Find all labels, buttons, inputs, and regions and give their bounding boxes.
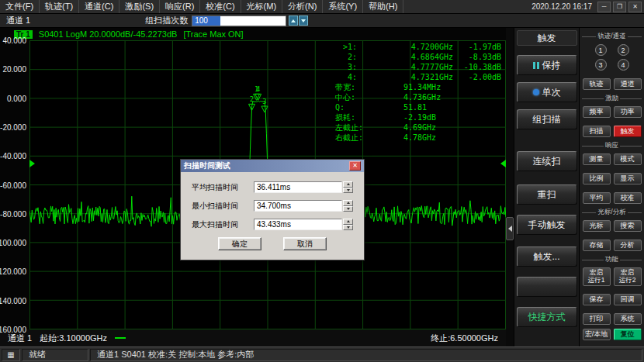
sweep-button[interactable]: 扫描 <box>583 126 611 137</box>
collapse-panel-button[interactable] <box>506 217 514 240</box>
blank-softkey-button[interactable] <box>517 277 577 297</box>
resweep-button[interactable]: 重扫 <box>517 184 577 205</box>
down-arrow-icon <box>301 19 306 22</box>
shortcut-label: 快捷方式 <box>528 311 566 324</box>
sweep-count-increment-button[interactable] <box>289 16 298 26</box>
channel-3-button[interactable]: 3 <box>595 59 607 71</box>
spinner-down-button[interactable] <box>343 225 353 231</box>
macro-local-button[interactable]: 宏/本地 <box>583 329 611 340</box>
group-sweep-button[interactable]: 组扫描 <box>517 109 577 129</box>
trace-button[interactable]: 轨迹 <box>583 78 611 90</box>
single-sweep-button[interactable]: 单次 <box>517 82 577 102</box>
menu-trace[interactable]: 轨迹(T) <box>40 0 79 13</box>
chevron-left-icon <box>508 226 512 232</box>
spinner-up-button[interactable] <box>343 200 353 206</box>
y-tick: -120.000 <box>0 267 26 276</box>
marker-level: -2.00dB <box>453 72 501 82</box>
print-button[interactable]: 打印 <box>583 313 611 325</box>
y-tick: -60.000 <box>0 181 26 189</box>
sweep-count-input[interactable]: 100 <box>192 16 286 26</box>
channel-1-button[interactable]: 1 <box>595 44 607 56</box>
menu-file[interactable]: 文件(F) <box>0 0 40 13</box>
marker-id: 3: <box>335 62 357 72</box>
svg-text:3: 3 <box>262 98 266 105</box>
calibration-button[interactable]: 校准 <box>614 192 642 204</box>
channel-4-button[interactable]: 4 <box>618 59 629 71</box>
menu-response[interactable]: 响应(R) <box>160 0 200 13</box>
status-info: 通道1 S0401 校准:关 控制:本地 参考:内部 <box>90 349 642 361</box>
trigger-more-button[interactable]: 触发... <box>517 247 577 267</box>
macro-run1-button[interactable]: 宏启运行1 <box>583 267 611 286</box>
marker-button[interactable]: 光标 <box>583 220 611 232</box>
marker-id: 4: <box>335 72 357 82</box>
max-sweep-time-input[interactable]: 43.433ms <box>254 219 342 230</box>
marker-freq: 4.7777GHz <box>357 62 453 72</box>
dialog-title: 扫描时间测试 <box>184 160 230 171</box>
search-button[interactable]: 搜索 <box>614 220 642 232</box>
mode-button[interactable]: 模式 <box>614 153 642 165</box>
measure-button[interactable]: 测量 <box>583 153 611 165</box>
min-sweep-time-input[interactable]: 34.700ms <box>254 200 342 212</box>
macro-run2-button[interactable]: 宏启运行2 <box>614 267 642 286</box>
y-tick: -20.000 <box>0 122 26 131</box>
menu-bar: 文件(F) 轨迹(T) 通道(C) 激励(S) 响应(R) 校准(C) 光标(M… <box>0 0 644 14</box>
dialog-titlebar[interactable]: 扫描时间测试 ✕ <box>181 160 364 172</box>
scale-button[interactable]: 比例 <box>583 173 611 184</box>
stop-frequency: 终止:6.50000GHz <box>431 333 498 344</box>
sweep-time-dialog: 扫描时间测试 ✕ 平均扫描时间 36.411ms 最小扫描时间 34.700ms <box>180 159 365 260</box>
analysis-button[interactable]: 分析 <box>614 240 642 251</box>
status-grid-icon: ▦ <box>2 349 20 361</box>
section-stimulus: 激励 <box>582 94 642 103</box>
preset-button[interactable]: 复位 <box>614 329 642 340</box>
dialog-field-row: 最小扫描时间 34.700ms <box>192 200 353 212</box>
y-tick: -140.000 <box>0 296 26 305</box>
menu-stimulus[interactable]: 激励(S) <box>119 0 160 13</box>
stat-value: 4.736GHz <box>386 92 501 102</box>
trace-info-bar: Tr 1 S0401 LogM 20.0000dB/-45.2273dB [Tr… <box>0 28 506 40</box>
down-arrow-icon <box>347 226 350 229</box>
menu-system[interactable]: 系统(Y) <box>323 0 363 13</box>
close-button[interactable]: ✕ <box>628 2 642 12</box>
spinner-up-button[interactable] <box>343 181 353 188</box>
shortcut-button[interactable]: 快捷方式 <box>517 307 577 327</box>
restore-button[interactable]: ❐ <box>613 2 626 12</box>
dialog-close-button[interactable]: ✕ <box>349 161 361 171</box>
trigger-more-label: 触发... <box>533 250 559 264</box>
manual-trigger-button[interactable]: 手动触发 <box>517 215 577 235</box>
power-button[interactable]: 功率 <box>614 106 642 118</box>
menu-marker[interactable]: 光标(M) <box>241 0 283 13</box>
menu-help[interactable]: 帮助(H) <box>363 0 403 13</box>
trigger-button[interactable]: 触发 <box>614 126 642 137</box>
menu-analysis[interactable]: 分析(N) <box>282 0 323 13</box>
hold-button[interactable]: 保持 <box>517 55 577 75</box>
spinner-down-button[interactable] <box>343 206 353 212</box>
frequency-button[interactable]: 频率 <box>583 106 611 118</box>
minimize-button[interactable]: ─ <box>597 2 611 12</box>
system-button[interactable]: 系统 <box>614 313 642 325</box>
group-sweep-label: 组扫描 <box>533 113 561 126</box>
spinner-down-button[interactable] <box>343 188 353 194</box>
average-button[interactable]: 平均 <box>583 192 611 204</box>
channel-2-button[interactable]: 2 <box>618 44 629 56</box>
display-button[interactable]: 显示 <box>614 173 642 184</box>
up-arrow-icon <box>347 183 350 185</box>
menu-cal[interactable]: 校准(C) <box>200 0 241 13</box>
channel-button[interactable]: 通道 <box>614 78 642 90</box>
sweep-count-decrement-button[interactable] <box>299 16 308 26</box>
channel-label: 通道 1 <box>8 333 32 344</box>
save-button[interactable]: 保存 <box>583 294 611 305</box>
stat-label: 左截止: <box>335 122 386 133</box>
cancel-button[interactable]: 取消 <box>283 237 327 250</box>
ref-level-arrow-left <box>29 160 35 167</box>
avg-sweep-time-label: 平均扫描时间 <box>192 182 254 193</box>
menu-channel[interactable]: 通道(C) <box>79 0 119 13</box>
continuous-sweep-button[interactable]: 连续扫 <box>517 151 577 171</box>
marker-row: 3: 4.7777GHz -10.38dB <box>335 62 501 72</box>
recall-button[interactable]: 回调 <box>614 294 642 305</box>
spinner-up-button[interactable] <box>343 219 353 225</box>
softpanel-title-trigger[interactable]: 触发 <box>517 30 577 46</box>
ok-button[interactable]: 确定 <box>218 237 261 250</box>
avg-sweep-time-input[interactable]: 36.411ms <box>254 181 342 193</box>
memory-button[interactable]: 存储 <box>583 240 611 251</box>
trace-max-mode: [Trace Max ON] <box>183 29 243 39</box>
